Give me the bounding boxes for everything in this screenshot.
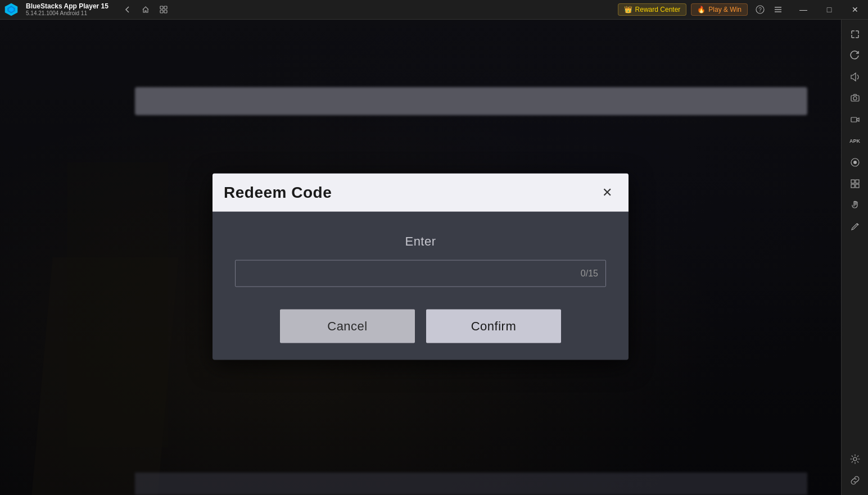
modal-overlay[interactable]: Redeem Code ✕ Enter 0/15 Cancel Confirm: [0, 20, 841, 495]
window-controls: — □ ✕: [790, 0, 868, 20]
fire-icon: 🔥: [697, 6, 706, 13]
help-button[interactable]: ?: [752, 2, 768, 17]
reward-center-button[interactable]: 👑 Reward Center: [618, 3, 687, 16]
menu-button[interactable]: [770, 2, 786, 17]
main-content: Redeem Code ✕ Enter 0/15 Cancel Confirm: [0, 20, 841, 495]
right-sidebar: APK: [841, 20, 868, 495]
maximize-button[interactable]: □: [816, 0, 842, 20]
close-button[interactable]: ✕: [842, 0, 868, 20]
expand-icon[interactable]: [845, 24, 865, 44]
record-icon[interactable]: [845, 152, 865, 172]
modal-footer: Cancel Confirm: [213, 304, 629, 360]
reward-center-label: Reward Center: [635, 6, 681, 13]
gesture-icon[interactable]: [845, 195, 865, 215]
settings-icon[interactable]: [845, 449, 865, 469]
apps-button[interactable]: [156, 2, 171, 17]
camera-record-icon[interactable]: [845, 110, 865, 130]
svg-point-16: [853, 161, 857, 164]
svg-rect-5: [160, 10, 163, 13]
close-icon: ✕: [602, 185, 612, 200]
redeem-code-modal: Redeem Code ✕ Enter 0/15 Cancel Confirm: [213, 174, 629, 360]
play-win-button[interactable]: 🔥 Play & Win: [691, 3, 748, 16]
modal-title: Redeem Code: [224, 184, 332, 202]
volume-icon[interactable]: [845, 67, 865, 87]
back-button[interactable]: [120, 2, 135, 17]
svg-rect-6: [164, 10, 167, 13]
svg-rect-19: [851, 184, 855, 188]
edit-icon[interactable]: [845, 216, 865, 237]
play-win-label: Play & Win: [708, 6, 742, 13]
svg-rect-18: [856, 180, 859, 183]
screenshot-icon[interactable]: [845, 88, 865, 108]
modal-body: Enter 0/15: [213, 212, 629, 304]
svg-rect-14: [851, 117, 857, 122]
minimize-button[interactable]: —: [790, 0, 816, 20]
svg-rect-4: [164, 6, 167, 9]
svg-point-13: [853, 97, 857, 100]
cancel-button[interactable]: Cancel: [280, 310, 415, 343]
app-version: 5.14.21.1004 Android 11: [26, 10, 108, 17]
svg-point-21: [853, 457, 857, 461]
app-name: BlueStacks App Player 15: [26, 2, 108, 10]
modal-body-label: Enter: [405, 234, 436, 249]
svg-rect-3: [160, 6, 163, 9]
svg-rect-17: [851, 180, 855, 183]
home-button[interactable]: [138, 2, 153, 17]
rotate-icon[interactable]: [845, 46, 865, 66]
code-input[interactable]: [235, 260, 606, 287]
confirm-button[interactable]: Confirm: [426, 310, 561, 343]
modal-header: Redeem Code ✕: [213, 174, 629, 212]
titlebar: BlueStacks App Player 15 5.14.21.1004 An…: [0, 0, 868, 20]
crown-icon: 👑: [624, 6, 632, 13]
svg-rect-20: [856, 184, 859, 188]
modal-close-button[interactable]: ✕: [597, 183, 617, 203]
code-input-container: 0/15: [235, 260, 606, 287]
bluestacks-logo: [3, 1, 20, 18]
svg-text:?: ?: [758, 7, 762, 13]
apk-icon[interactable]: APK: [845, 131, 865, 151]
resize-icon[interactable]: [845, 174, 865, 194]
link-icon[interactable]: [845, 470, 865, 491]
